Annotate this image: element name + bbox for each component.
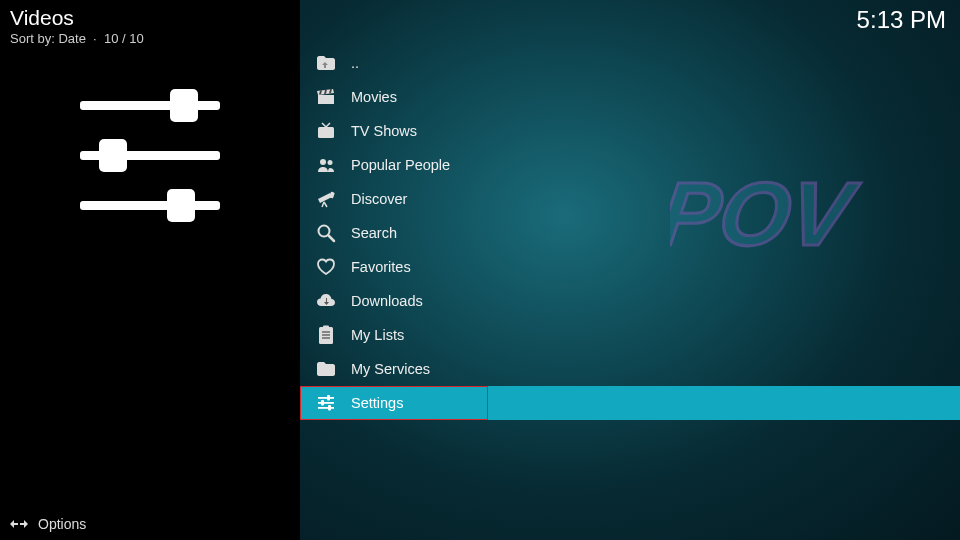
svg-point-9	[328, 160, 333, 165]
menu-label: Downloads	[351, 293, 423, 309]
svg-line-12	[329, 236, 335, 242]
menu-item-movies[interactable]: Movies	[300, 80, 960, 114]
options-label: Options	[38, 516, 86, 532]
main-menu: .. Movies TV Shows Popular People Discov…	[300, 46, 960, 420]
menu-label: Movies	[351, 89, 397, 105]
menu-item-myservices[interactable]: My Services	[300, 352, 960, 386]
tv-icon	[315, 120, 337, 142]
menu-item-search[interactable]: Search	[300, 216, 960, 250]
people-icon	[315, 154, 337, 176]
menu-label: Popular People	[351, 157, 450, 173]
svg-rect-10	[329, 192, 335, 199]
page-subtitle: Sort by: Date · 10 / 10	[10, 31, 950, 46]
search-icon	[315, 222, 337, 244]
menu-label: ..	[351, 55, 359, 71]
sidebar	[0, 0, 300, 540]
menu-label: TV Shows	[351, 123, 417, 139]
clock: 5:13 PM	[857, 6, 946, 34]
menu-item-settings[interactable]: Settings	[300, 386, 960, 420]
page-title: Videos	[10, 6, 950, 30]
menu-label: My Lists	[351, 327, 404, 343]
list-icon	[315, 324, 337, 346]
svg-rect-5	[80, 201, 220, 210]
folder-up-icon	[315, 52, 337, 74]
svg-rect-1	[80, 101, 220, 110]
svg-rect-4	[99, 139, 127, 172]
sliders-icon	[75, 85, 225, 225]
folder-icon	[315, 358, 337, 380]
menu-label: Search	[351, 225, 397, 241]
svg-rect-2	[170, 89, 198, 122]
telescope-icon	[315, 188, 337, 210]
options-icon	[10, 517, 28, 531]
svg-rect-21	[321, 400, 324, 406]
svg-rect-14	[323, 326, 329, 329]
footer[interactable]: Options	[10, 516, 86, 532]
menu-label: Discover	[351, 191, 407, 207]
menu-item-downloads[interactable]: Downloads	[300, 284, 960, 318]
menu-label: Favorites	[351, 259, 411, 275]
menu-label: My Services	[351, 361, 430, 377]
clapper-icon	[315, 86, 337, 108]
settings-icon	[315, 392, 337, 414]
svg-rect-19	[327, 395, 330, 401]
svg-rect-6	[167, 189, 195, 222]
menu-item-favorites[interactable]: Favorites	[300, 250, 960, 284]
svg-rect-20	[318, 402, 334, 404]
menu-item-mylists[interactable]: My Lists	[300, 318, 960, 352]
svg-rect-22	[318, 407, 334, 409]
menu-item-tvshows[interactable]: TV Shows	[300, 114, 960, 148]
heart-icon	[315, 256, 337, 278]
cloud-download-icon	[315, 290, 337, 312]
svg-rect-18	[318, 397, 334, 399]
svg-point-8	[320, 159, 326, 165]
header: Videos Sort by: Date · 10 / 10	[10, 6, 950, 46]
svg-rect-7	[318, 127, 334, 138]
menu-item-people[interactable]: Popular People	[300, 148, 960, 182]
menu-item-up[interactable]: ..	[300, 46, 960, 80]
svg-rect-23	[328, 405, 331, 411]
menu-item-discover[interactable]: Discover	[300, 182, 960, 216]
menu-label: Settings	[351, 395, 403, 411]
